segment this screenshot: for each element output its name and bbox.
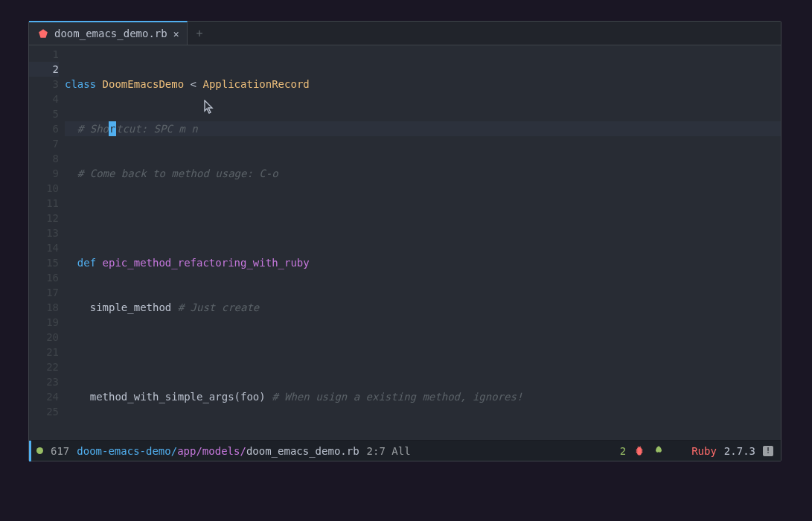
language-version: 2.7.3 xyxy=(724,445,755,457)
line-number: 18 xyxy=(29,300,59,315)
line-number-gutter: 1234567891011121314151617181920212223242… xyxy=(29,45,65,440)
line-number: 14 xyxy=(29,240,59,255)
line-number: 6 xyxy=(29,121,59,136)
cursor-position: 2:7 All xyxy=(367,445,411,457)
line-number: 22 xyxy=(29,359,59,374)
language-name: Ruby xyxy=(691,445,717,457)
line-number: 25 xyxy=(29,404,59,419)
tab-close-icon[interactable]: ✕ xyxy=(173,28,179,39)
modeline: 617 doom-emacs-demo/app/models/doom_emac… xyxy=(29,440,781,461)
line-number: 16 xyxy=(29,270,59,285)
tab-filename: doom_emacs_demo.rb xyxy=(54,28,167,39)
line-number: 12 xyxy=(29,211,59,226)
line-number: 15 xyxy=(29,255,59,270)
new-tab-button[interactable]: + xyxy=(188,22,212,45)
line-number: 17 xyxy=(29,285,59,300)
line-number: 7 xyxy=(29,136,59,151)
file-name: doom_emacs_demo.rb xyxy=(246,445,359,457)
line-number: 20 xyxy=(29,330,59,345)
line-number: 9 xyxy=(29,166,59,181)
line-number: 4 xyxy=(29,92,59,106)
word-count: 617 xyxy=(51,445,69,457)
line-number: 21 xyxy=(29,345,59,359)
line-number: 8 xyxy=(29,151,59,166)
bug-icon[interactable] xyxy=(633,445,645,457)
project-name: doom-emacs-demo/ xyxy=(77,445,177,457)
buffer-state-icon xyxy=(36,447,43,454)
line-number: 10 xyxy=(29,181,59,196)
line-number: 19 xyxy=(29,315,59,330)
file-path: app/models/ xyxy=(177,445,246,457)
buffer-path: doom-emacs-demo/app/models/doom_emacs_de… xyxy=(77,445,359,457)
code-area[interactable]: 1234567891011121314151617181920212223242… xyxy=(29,45,781,440)
line-number: 5 xyxy=(29,106,59,121)
ruby-file-icon xyxy=(38,28,48,39)
line-number: 2 xyxy=(29,62,59,77)
line-number: 3 xyxy=(29,77,59,92)
modeline-accent xyxy=(29,441,31,461)
notification-icon[interactable]: ! xyxy=(763,446,773,456)
line-number: 11 xyxy=(29,196,59,211)
rocket-icon[interactable] xyxy=(653,445,665,457)
line-number: 24 xyxy=(29,389,59,404)
tab-active[interactable]: doom_emacs_demo.rb ✕ xyxy=(29,21,188,45)
editor-window: doom_emacs_demo.rb ✕ + 12345678910111213… xyxy=(28,21,781,461)
tab-bar: doom_emacs_demo.rb ✕ + xyxy=(29,22,781,45)
checker-errors[interactable]: 2 xyxy=(620,445,626,457)
mouse-cursor-icon xyxy=(204,100,214,115)
text-cursor: r xyxy=(109,121,116,136)
line-number: 13 xyxy=(29,226,59,240)
code-content[interactable]: class DoomEmacsDemo < ApplicationRecord … xyxy=(65,45,781,440)
line-number: 23 xyxy=(29,374,59,389)
line-number: 1 xyxy=(29,47,59,62)
